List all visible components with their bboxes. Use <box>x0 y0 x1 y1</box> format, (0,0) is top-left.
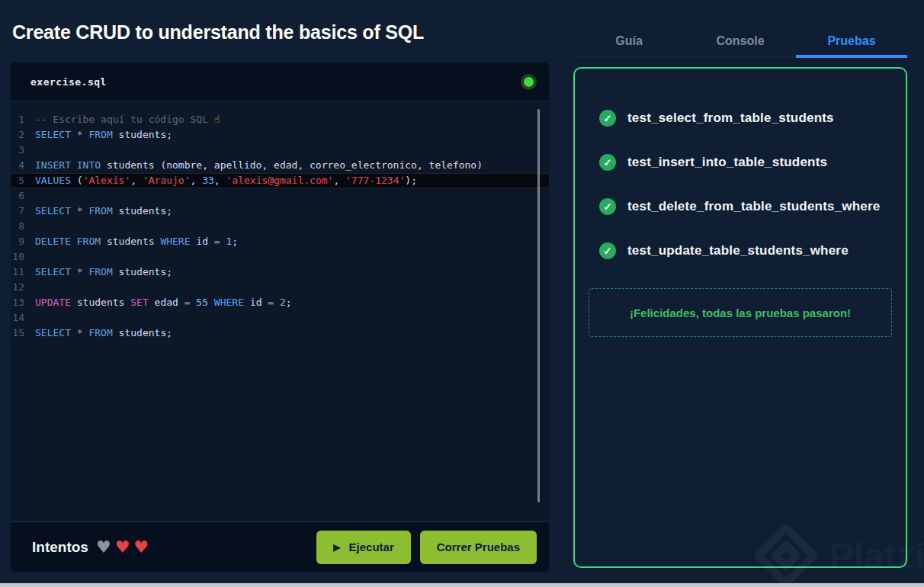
line-number: 13 <box>11 295 35 310</box>
play-icon: ▶ <box>333 542 340 553</box>
filename-label: exercise.sql <box>30 76 107 88</box>
status-dot-icon <box>524 77 534 87</box>
code-line[interactable]: 8 <box>11 219 549 234</box>
heart-icon: ♥ <box>96 539 111 556</box>
run-tests-button-label: Correr Pruebas <box>437 540 520 553</box>
check-icon: ✓ <box>599 198 616 215</box>
test-result-row: ✓test_select_from_table_students <box>599 110 906 127</box>
editor-scrollbar[interactable] <box>537 109 540 502</box>
attempts: Intentos ♥♥♥ <box>32 539 149 556</box>
test-name: test_update_table_students_where <box>627 243 849 258</box>
code-line[interactable]: 6 <box>11 188 549 204</box>
code-line[interactable]: 1-- Escribe aquí tu código SQL ☝ <box>11 112 549 127</box>
line-number: 9 <box>11 234 35 249</box>
code-area[interactable]: 1-- Escribe aquí tu código SQL ☝2SELECT … <box>11 101 549 521</box>
code-line[interactable]: 11SELECT * FROM students; <box>11 265 549 280</box>
line-number: 6 <box>11 188 35 204</box>
code-line[interactable]: 4INSERT INTO students (nombre, apellido,… <box>11 158 549 173</box>
line-number: 4 <box>11 158 35 173</box>
line-number: 11 <box>11 265 35 280</box>
page-title: Create CRUD to understand the basics of … <box>12 21 424 43</box>
line-number: 10 <box>11 249 35 265</box>
editor-header: exercise.sql <box>11 63 549 101</box>
line-number: 12 <box>11 280 35 295</box>
code-line[interactable]: 13UPDATE students SET edad = 55 WHERE id… <box>11 295 549 310</box>
line-number: 3 <box>11 143 35 158</box>
congrats-text: ¡Felicidades, todas las pruebas pasaron! <box>630 306 851 319</box>
test-name: test_select_from_table_students <box>627 111 834 126</box>
line-number: 5 <box>11 173 35 188</box>
tests-panel: ✓test_select_from_table_students✓test_in… <box>573 67 907 568</box>
test-name: test_insert_into_table_students <box>627 155 827 170</box>
tab-guía[interactable]: Guía <box>573 26 685 56</box>
test-result-row: ✓test_update_table_students_where <box>599 242 906 259</box>
heart-icon: ♥ <box>133 539 149 556</box>
horizontal-scrollbar[interactable] <box>0 583 924 587</box>
code-line[interactable]: 14 <box>11 310 549 326</box>
code-line[interactable]: 15SELECT * FROM students; <box>11 326 549 341</box>
line-number: 7 <box>11 204 35 219</box>
right-tab-bar: GuíaConsolePruebas <box>573 26 907 58</box>
line-number: 8 <box>11 219 35 234</box>
run-button[interactable]: ▶ Ejecutar <box>316 531 410 564</box>
line-number: 1 <box>11 112 35 127</box>
code-line[interactable]: 3 <box>11 143 549 158</box>
code-line[interactable]: 9DELETE FROM students WHERE id = 1; <box>11 234 549 249</box>
test-result-row: ✓test_insert_into_table_students <box>599 154 906 171</box>
attempts-hearts: ♥♥♥ <box>96 539 149 556</box>
run-tests-button[interactable]: Correr Pruebas <box>420 531 537 564</box>
test-result-row: ✓test_delete_from_table_students_where <box>599 198 906 215</box>
code-line[interactable]: 10 <box>11 249 549 265</box>
code-line[interactable]: 2SELECT * FROM students; <box>11 127 549 143</box>
attempts-label: Intentos <box>32 539 88 556</box>
check-icon: ✓ <box>599 110 616 127</box>
heart-icon: ♥ <box>115 539 130 556</box>
line-number: 14 <box>11 310 35 326</box>
run-button-label: Ejecutar <box>349 540 394 553</box>
line-number: 2 <box>11 127 35 143</box>
editor-footer: Intentos ♥♥♥ ▶ Ejecutar Correr Pruebas <box>11 521 549 572</box>
tab-pruebas[interactable]: Pruebas <box>796 26 907 56</box>
check-icon: ✓ <box>599 154 616 171</box>
code-editor-panel: exercise.sql 1-- Escribe aquí tu código … <box>11 63 549 572</box>
congrats-box: ¡Felicidades, todas las pruebas pasaron! <box>589 288 892 337</box>
line-number: 15 <box>11 326 35 341</box>
test-name: test_delete_from_table_students_where <box>627 199 880 214</box>
code-line[interactable]: 5VALUES ('Alexis', 'Araujo', 33, 'alexis… <box>11 173 549 188</box>
check-icon: ✓ <box>599 242 616 259</box>
tab-console[interactable]: Console <box>685 26 796 56</box>
code-line[interactable]: 7SELECT * FROM students; <box>11 204 549 219</box>
code-line[interactable]: 12 <box>11 280 549 295</box>
